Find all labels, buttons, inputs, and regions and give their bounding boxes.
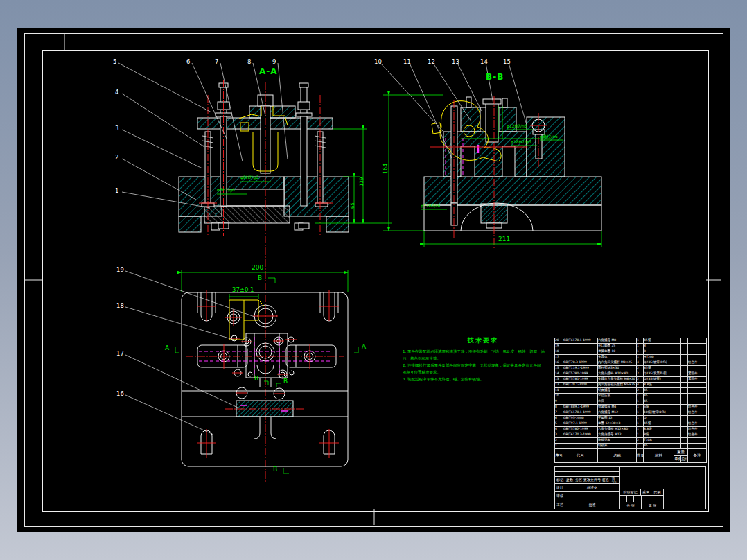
bom-row: 6GB/T95-2000平垫圈 121Q: [555, 416, 707, 421]
tb-number-box: [663, 489, 706, 509]
tech-req-line: 的相互位置精度要求。: [403, 369, 563, 376]
technical-requirements-title: 技术要求: [403, 336, 563, 345]
tech-req-line: 3. 装配过程中零件不允许磕、碰、划伤和锈蚀。: [403, 376, 563, 383]
view-plan: [175, 270, 358, 473]
bom-header-name: 名称: [598, 449, 637, 463]
technical-requirements-body: 1. 零件在装配前必须清理和清洗干净，不得有毛刺、飞边、氧化皮、锈蚀、切屑、油污…: [403, 348, 563, 383]
title-block: 标记 处数 分区 更改文件号 签名 年、月、日 设计 标准化 审核 工艺 批准 …: [554, 466, 706, 509]
bom-row: 15GB/T119.1-1999圆柱销 A5×30245钢: [555, 366, 707, 371]
bom-row: 10定位压板145: [555, 394, 707, 399]
bom-row: 14GB/T5780-1999六角头螺栓 M10×402Q235(发黑处理)紧固…: [555, 371, 707, 377]
drawing-sheet: 12345678910111213141516171819 20037±0.12…: [17, 28, 730, 532]
bom-header-code: 代号: [563, 449, 598, 463]
bom-header-weight: 重量: [674, 449, 688, 456]
bom-header-remark: 备注: [688, 449, 707, 463]
view-section-aa: [179, 80, 443, 482]
tech-req-line: 2. 连接螺栓拧紧后零件及部件间应固定牢靠、无松动现象，保证夹具各定位元件间: [403, 362, 563, 369]
bom-row: 13GB/T5781-1999全螺纹六角头螺栓 M6×202Q235(镀锌)紧固…: [555, 377, 707, 383]
bom-row: 17夹具体1HT200: [555, 355, 707, 360]
tb-name-box: [619, 466, 706, 489]
bom-row: 8GB/T889.1-1999锁紧螺母 M415级组合件: [555, 405, 707, 410]
bom-row: 4GB/T5782-1999六角头螺栓 M12×8018.8级组合件: [555, 427, 707, 432]
tb-sheet-total: 共 张: [619, 502, 642, 509]
tech-req-line: 1. 零件在装配前必须清理和清洗干净，不得有毛刺、飞边、氧化皮、锈蚀、切屑、油: [403, 348, 563, 355]
bom-header-qty: 数量: [637, 449, 644, 463]
tb-process: 工艺: [554, 500, 565, 509]
bom-row: 20GB/T6170.1-1999六角螺母 M8145钢: [555, 338, 707, 344]
bom-header-unit: 单件: [674, 456, 681, 463]
section-bb-title: B-B: [486, 72, 504, 82]
bom-row: 12GB/T70.1-2000内六角圆柱头螺钉 M5×2548.8级: [555, 383, 707, 388]
bom-row: 7GB/T6170.1-1999六角螺母 M12110级(镀锌钝化)组合件: [555, 410, 707, 416]
bom-row: 16GB/T70.3-1999内六角沉头螺钉 M8×254Q235(镀锌钝化)组…: [555, 360, 707, 366]
bom-row: 5GB/T97.1-1999垫圈 12×30×3145钢组合件: [555, 421, 707, 427]
view-section-bb: [421, 96, 601, 250]
bom-row: 11钻套螺母245: [555, 388, 707, 394]
bom-row: 9支座145: [555, 399, 707, 405]
tech-req-line: 污、着色剂和灰尘等。: [403, 355, 563, 362]
bom-row: 1钻模座145: [555, 444, 707, 449]
section-aa-title: A-A: [259, 67, 278, 76]
tb-approve: 批准: [583, 500, 601, 509]
bom-row: 19开口垫圈 2518: [555, 344, 707, 349]
technical-requirements: 技术要求 1. 零件在装配前必须清理和清洗干净，不得有毛刺、飞边、氧化皮、锈蚀、…: [403, 336, 563, 383]
bom-header-total: 总计: [681, 456, 688, 463]
bom-row: 18弹簧垫圈 1018: [555, 349, 707, 355]
bom-header-material: 材料: [644, 449, 674, 463]
bom-row: 3GB/T6170.3-1999六角薄螺母 M1218级组合件: [555, 432, 707, 438]
cad-viewport: 12345678910111213141516171819 20037±0.12…: [0, 0, 747, 560]
bom-header-no: 序号: [555, 449, 563, 463]
bom-row: 2快换钻套2T10A: [555, 438, 707, 444]
tb-sheet-no: 第 张: [641, 502, 664, 509]
bom-table: 20GB/T6170.1-1999六角螺母 M8145钢19开口垫圈 25181…: [554, 338, 707, 463]
